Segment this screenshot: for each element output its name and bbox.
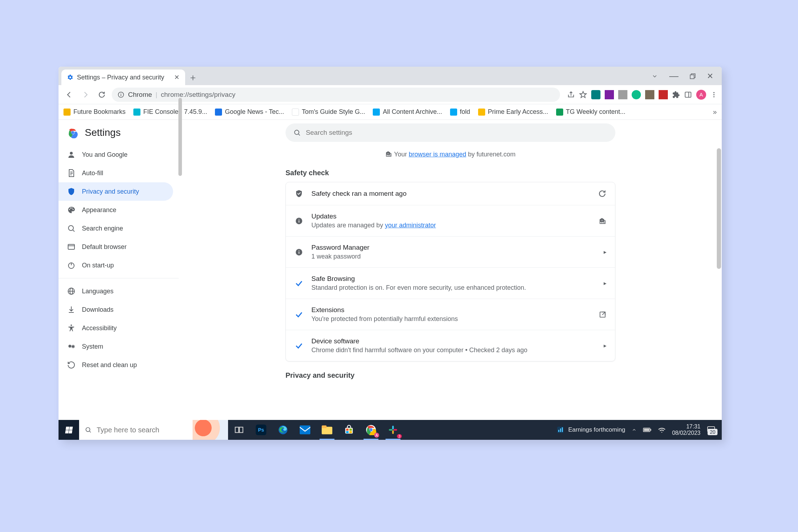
svg-rect-64 [562,427,563,432]
safety-row-extensions[interactable]: Extensions You're protected from potenti… [286,299,615,330]
svg-rect-62 [558,430,559,432]
nav-languages[interactable]: Languages [59,282,173,300]
bookmark-label: TG Weekly content... [566,108,626,116]
nav-back-button[interactable] [63,88,76,101]
nav-appearance[interactable]: Appearance [59,201,173,219]
bookmark-item[interactable]: Tom's Guide Style G... [292,108,365,116]
tab-settings-privacy[interactable]: Settings – Privacy and security ✕ [61,70,185,85]
start-button[interactable] [59,420,79,440]
nav-default-browser[interactable]: Default browser [59,238,173,256]
window-minimize-button[interactable]: ― [669,71,678,82]
tab-title: Settings – Privacy and security [77,74,164,81]
settings-search-input[interactable] [306,129,608,137]
nav-on-startup[interactable]: On start-up [59,256,173,275]
nav-reset-and-clean-up[interactable]: Reset and clean up [59,356,173,374]
side-panel-icon[interactable] [684,91,692,99]
nav-reload-button[interactable] [95,88,108,101]
nav-system[interactable]: System [59,337,173,356]
nav-label: Default browser [82,243,127,251]
bookmark-item[interactable]: All Content Archive... [373,108,442,116]
extension-3-icon[interactable] [618,90,627,99]
extension-5-icon[interactable] [645,90,654,99]
taskbar-systray: Earnings forthcoming 17:31 08/02/2023 20 [556,423,722,437]
taskbar-app-chrome[interactable]: A [360,420,382,440]
extensions-puzzle-icon[interactable] [672,91,680,99]
taskbar-news-widget[interactable]: Earnings forthcoming [556,426,625,434]
kebab-menu-icon[interactable] [710,91,717,98]
bookmark-item[interactable]: Prime Early Access... [478,108,548,116]
nav-autofill[interactable]: Auto-fill [59,164,173,182]
bookmark-label: Google News - Tec... [225,108,284,116]
taskbar-app-photoshop[interactable]: Ps [250,420,272,440]
taskbar-app-mail[interactable] [294,420,316,440]
new-tab-button[interactable]: ＋ [185,70,201,85]
building-icon [599,217,606,225]
svg-rect-3 [121,94,121,96]
safety-row-updates: Updates Updates are managed by your admi… [286,205,615,236]
nav-forward-button[interactable] [79,88,92,101]
extension-6-icon[interactable] [659,90,668,99]
main-scrollbar-thumb[interactable] [717,148,721,269]
nav-you-and-google[interactable]: You and Google [59,145,173,164]
extension-4-icon[interactable] [632,90,641,99]
toolbar-actions: A [564,90,717,100]
site-info-icon[interactable] [117,91,124,98]
bookmark-star-icon[interactable] [579,91,587,99]
svg-point-19 [68,226,73,231]
row-subtitle: You're protected from potentially harmfu… [311,315,591,323]
battery-icon[interactable] [643,427,652,433]
taskbar-app-explorer[interactable] [316,420,338,440]
row-title: Password Manager [311,244,596,251]
bookmarks-overflow-button[interactable]: » [713,108,717,116]
bookmark-item[interactable]: Google News - Tec... [215,108,284,116]
tab-close-icon[interactable]: ✕ [174,73,179,81]
caret-right-icon: ▸ [604,249,606,255]
share-icon[interactable] [567,91,575,99]
safety-check-header-text: Safety check ran a moment ago [311,190,590,198]
svg-rect-36 [299,251,299,254]
nav-label: Downloads [82,306,113,314]
tab-search-chevron-icon[interactable] [652,73,658,79]
taskbar-clock[interactable]: 17:31 08/02/2023 [672,423,700,437]
safety-row-device-software[interactable]: Device software Chrome didn't find harmf… [286,330,615,361]
administrator-link[interactable]: your administrator [385,222,436,229]
window-close-button[interactable]: ✕ [707,72,713,81]
row-title: Updates [311,212,591,220]
systray-chevron-up-icon[interactable] [632,427,637,432]
nav-privacy-and-security[interactable]: Privacy and security [59,182,173,201]
taskbar-app-store[interactable] [338,420,360,440]
extension-1-icon[interactable] [591,90,600,99]
profile-avatar[interactable]: A [696,90,706,100]
wifi-icon[interactable] [658,427,666,433]
svg-rect-47 [322,426,327,428]
bookmark-item[interactable]: TG Weekly content... [556,108,626,116]
nav-downloads[interactable]: Downloads [59,300,173,319]
nav-label: Search engine [82,225,123,232]
search-icon [293,129,301,137]
safety-check-rerun-button[interactable] [598,189,606,198]
browser-window: Settings – Privacy and security ✕ ＋ ― ✕ … [59,67,722,440]
extension-2-icon[interactable] [605,90,614,99]
taskbar-apps: Ps A 3 [228,420,404,440]
svg-line-31 [299,134,300,135]
taskbar-search-input[interactable] [96,426,185,434]
taskbar-app-slack[interactable]: 3 [382,420,404,440]
settings-search-box[interactable] [286,123,615,142]
nav-search-engine[interactable]: Search engine [59,219,173,238]
action-center-button[interactable]: 20 [707,426,715,434]
bookmark-item[interactable]: FIE Console - 7.45.9... [133,108,207,116]
bookmark-item[interactable]: fold [450,108,470,116]
taskbar-search[interactable] [79,420,193,440]
safety-row-password-manager[interactable]: Password Manager 1 weak password ▸ [286,236,615,267]
bookmark-label: Future Bookmarks [73,108,126,116]
nav-accessibility[interactable]: Accessibility [59,319,173,337]
taskbar-app-taskview[interactable] [228,420,250,440]
bookmark-label: All Content Archive... [383,108,442,116]
window-maximize-button[interactable] [690,73,696,79]
taskbar-app-edge[interactable] [272,420,294,440]
managed-link[interactable]: browser is managed [409,151,466,158]
bookmark-item[interactable]: Future Bookmarks [63,108,126,116]
safety-row-safe-browsing[interactable]: Safe Browsing Standard protection is on.… [286,267,615,299]
search-icon [85,426,92,434]
refresh-icon [598,189,606,198]
